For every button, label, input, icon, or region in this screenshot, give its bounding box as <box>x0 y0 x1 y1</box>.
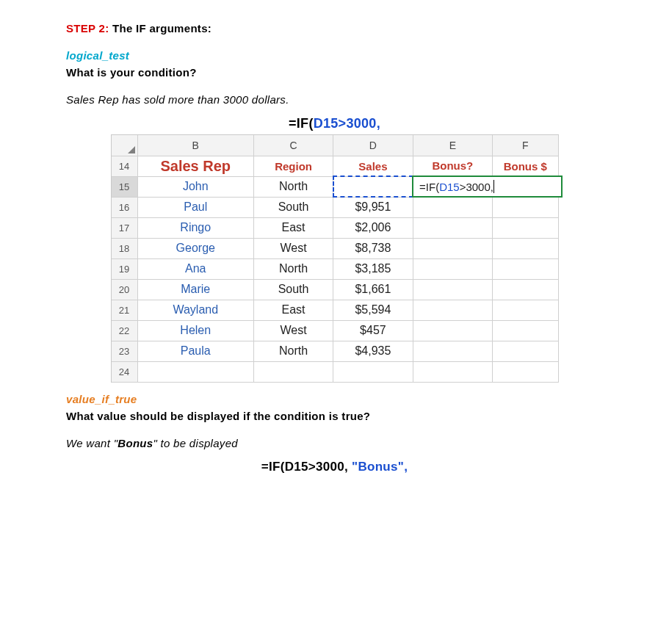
cell-bonus-q[interactable] <box>413 341 493 361</box>
cell-bonus-dollar[interactable] <box>493 217 558 238</box>
row-number[interactable]: 22 <box>112 320 138 341</box>
table-row: 17 Ringo East $2,006 <box>112 217 559 238</box>
formula2-blue: "Bonus", <box>352 460 408 474</box>
cell-name[interactable]: George <box>137 238 253 258</box>
cell-sales[interactable]: $8,738 <box>333 238 413 258</box>
cell-name[interactable]: Ana <box>137 258 253 279</box>
table-row: 18 George West $8,738 <box>112 238 559 258</box>
empty-cell[interactable] <box>413 361 493 382</box>
table-row: 15 John North =IF(D15>3000, <box>112 176 559 197</box>
empty-cell[interactable] <box>493 361 558 382</box>
cell-sales-ref[interactable] <box>333 176 413 197</box>
cell-bonus-dollar[interactable] <box>493 197 558 217</box>
row-number[interactable]: 16 <box>112 197 138 217</box>
cell-sales[interactable]: $2,006 <box>333 217 413 238</box>
arg2-answer-pre: We want " <box>66 437 117 449</box>
formula1-prefix: =IF( <box>289 116 314 131</box>
cell-bonus-dollar[interactable] <box>493 300 558 320</box>
cell-bonus-q[interactable] <box>413 279 493 300</box>
cell-sales[interactable]: $3,185 <box>333 258 413 279</box>
cell-region[interactable]: North <box>253 176 333 197</box>
cell-region[interactable]: North <box>253 258 333 279</box>
step-heading: STEP 2: The IF arguments: <box>66 22 603 35</box>
cell-bonus-dollar[interactable] <box>493 341 558 361</box>
cell-name[interactable]: Marie <box>137 279 253 300</box>
cell-region[interactable]: West <box>253 320 333 341</box>
col-header-b[interactable]: B <box>137 135 253 156</box>
cell-bonus-dollar[interactable] <box>493 238 558 258</box>
arg2-answer-bold: Bonus <box>117 437 153 449</box>
table-row: 22 Helen West $457 <box>112 320 559 341</box>
arg2-question: What value should be displayed if the co… <box>66 410 603 422</box>
select-all-corner[interactable] <box>112 135 138 156</box>
empty-cell[interactable] <box>137 361 253 382</box>
col-header-d[interactable]: D <box>333 135 413 156</box>
cell-name[interactable]: Paula <box>137 341 253 361</box>
empty-cell[interactable] <box>253 361 333 382</box>
cell-bonus-dollar[interactable] <box>493 320 558 341</box>
col-header-f[interactable]: F <box>493 135 558 156</box>
cell-region[interactable]: East <box>253 217 333 238</box>
formula-post: >3000, <box>460 181 493 193</box>
row-number[interactable]: 24 <box>112 361 138 382</box>
cell-region[interactable]: North <box>253 341 333 361</box>
formula-edit-overlay[interactable]: =IF(D15>3000, <box>412 176 563 198</box>
cell-name[interactable]: Wayland <box>137 300 253 320</box>
table-row-empty: 24 <box>112 361 559 382</box>
row-number[interactable]: 23 <box>112 341 138 361</box>
formula2: =IF(D15>3000, "Bonus", <box>66 460 603 474</box>
header-bonus-q[interactable]: Bonus? <box>413 156 493 176</box>
arg2-name: value_if_true <box>66 393 603 405</box>
cell-name[interactable]: Helen <box>137 320 253 341</box>
header-region[interactable]: Region <box>253 156 333 176</box>
row-number[interactable]: 15 <box>112 176 138 197</box>
cell-sales[interactable]: $9,951 <box>333 197 413 217</box>
row-number[interactable]: 17 <box>112 217 138 238</box>
formula1: =IF(D15>3000, <box>66 116 603 131</box>
arg1-name: logical_test <box>66 49 603 62</box>
cell-sales[interactable]: $1,661 <box>333 279 413 300</box>
cell-bonus-q[interactable] <box>413 238 493 258</box>
header-sales[interactable]: Sales <box>333 156 413 176</box>
step-rest: The IF arguments: <box>109 22 212 35</box>
cell-bonus-q[interactable] <box>413 300 493 320</box>
table-row: 19 Ana North $3,185 <box>112 258 559 279</box>
formula-pre: =IF( <box>419 181 439 193</box>
header-sales-rep[interactable]: Sales Rep <box>137 156 253 176</box>
cell-bonus-dollar[interactable] <box>493 279 558 300</box>
cell-region[interactable]: West <box>253 238 333 258</box>
cell-bonus-q[interactable] <box>413 320 493 341</box>
row-number[interactable]: 20 <box>112 279 138 300</box>
cell-sales[interactable]: $5,594 <box>333 300 413 320</box>
cell-region[interactable]: East <box>253 300 333 320</box>
header-bonus-dollar[interactable]: Bonus $ <box>493 156 558 176</box>
row-number[interactable]: 21 <box>112 300 138 320</box>
formula1-ref: D15>3000, <box>314 116 380 131</box>
empty-cell[interactable] <box>333 361 413 382</box>
cell-name[interactable]: John <box>137 176 253 197</box>
cell-region[interactable]: South <box>253 279 333 300</box>
table-header-row: 14 Sales Rep Region Sales Bonus? Bonus $ <box>112 156 559 176</box>
cell-region[interactable]: South <box>253 197 333 217</box>
table-row: 16 Paul South $9,951 <box>112 197 559 217</box>
cell-sales[interactable]: $4,935 <box>333 341 413 361</box>
cell-bonus-q[interactable] <box>413 258 493 279</box>
table-row: 21 Wayland East $5,594 <box>112 300 559 320</box>
cell-sales[interactable]: $457 <box>333 320 413 341</box>
cell-bonus-dollar[interactable] <box>493 258 558 279</box>
row-number[interactable]: 14 <box>112 156 138 176</box>
arg2-answer: We want "Bonus" to be displayed <box>66 437 603 449</box>
cell-bonus-q[interactable] <box>413 217 493 238</box>
arg1-question: What is your condition? <box>66 66 603 79</box>
arg2-answer-post: " to be displayed <box>153 437 238 449</box>
cell-bonus-q[interactable] <box>413 197 493 217</box>
row-number[interactable]: 19 <box>112 258 138 279</box>
row-number[interactable]: 18 <box>112 238 138 258</box>
cell-name[interactable]: Paul <box>137 197 253 217</box>
cell-name[interactable]: Ringo <box>137 217 253 238</box>
col-header-c[interactable]: C <box>253 135 333 156</box>
active-cell[interactable]: =IF(D15>3000, <box>413 176 493 197</box>
col-header-e[interactable]: E <box>413 135 493 156</box>
table-row: 23 Paula North $4,935 <box>112 341 559 361</box>
spreadsheet-grid[interactable]: B C D E F 14 Sales Rep Region Sales Bonu… <box>112 135 559 383</box>
